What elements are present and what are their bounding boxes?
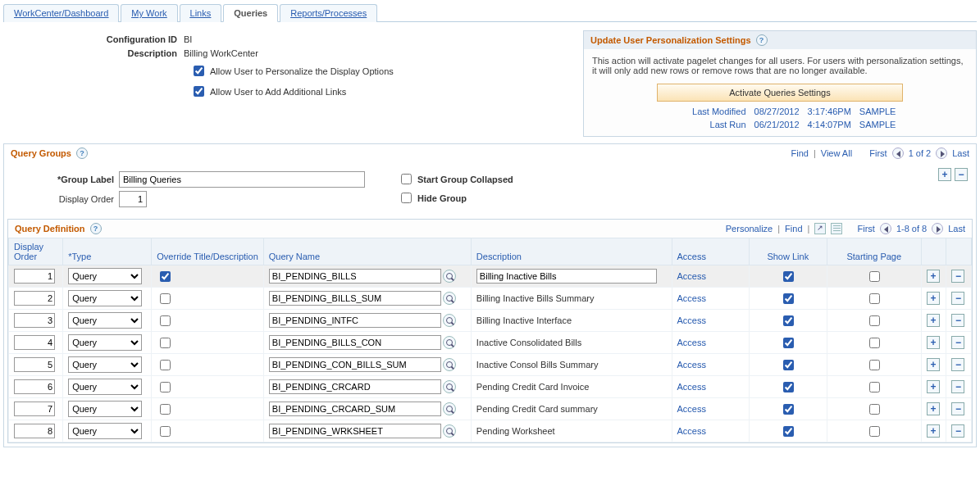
override-checkbox[interactable]: [160, 404, 171, 415]
hide-group-checkbox[interactable]: [401, 193, 412, 203]
description-input[interactable]: [476, 269, 657, 284]
query-name-input[interactable]: [269, 313, 441, 328]
activate-queries-button[interactable]: Activate Queries Settings: [657, 84, 903, 102]
access-link[interactable]: Access: [677, 271, 706, 281]
lookup-icon[interactable]: [443, 402, 456, 415]
grid-download-icon[interactable]: [831, 223, 842, 234]
qg-add-row-icon[interactable]: +: [938, 168, 951, 181]
row-delete-icon[interactable]: −: [951, 424, 964, 438]
row-add-icon[interactable]: +: [927, 292, 940, 305]
type-select[interactable]: Query: [68, 334, 142, 351]
col-description[interactable]: Description: [471, 238, 672, 265]
override-checkbox[interactable]: [160, 293, 171, 304]
row-add-icon[interactable]: +: [927, 380, 940, 393]
qg-prev-icon[interactable]: [892, 147, 904, 159]
display-order-input[interactable]: [14, 424, 55, 438]
qg-range[interactable]: 1 of 2: [909, 148, 932, 158]
zoom-icon[interactable]: [814, 223, 826, 234]
query-name-input[interactable]: [269, 335, 441, 350]
starting-page-checkbox[interactable]: [869, 360, 880, 370]
override-checkbox[interactable]: [160, 382, 171, 392]
query-name-input[interactable]: [269, 424, 441, 438]
qd-personalize-link[interactable]: Personalize: [726, 224, 773, 234]
starting-page-checkbox[interactable]: [869, 426, 880, 437]
override-checkbox[interactable]: [160, 271, 171, 282]
col-show-link[interactable]: Show Link: [750, 238, 827, 265]
col-starting-page[interactable]: Starting Page: [827, 238, 922, 265]
row-add-icon[interactable]: +: [927, 358, 940, 371]
type-select[interactable]: Query: [68, 356, 142, 373]
type-select[interactable]: Query: [68, 401, 142, 417]
access-link[interactable]: Access: [677, 293, 706, 303]
row-delete-icon[interactable]: −: [951, 336, 964, 349]
starting-page-checkbox[interactable]: [869, 271, 880, 282]
row-add-icon[interactable]: +: [927, 314, 940, 327]
allow-addlinks-checkbox[interactable]: [194, 86, 204, 97]
row-delete-icon[interactable]: −: [951, 314, 964, 327]
query-name-input[interactable]: [269, 357, 441, 372]
override-checkbox[interactable]: [160, 315, 171, 326]
qg-delete-row-icon[interactable]: −: [955, 168, 968, 181]
lookup-icon[interactable]: [443, 424, 456, 438]
lookup-icon[interactable]: [443, 336, 456, 349]
col-access[interactable]: Access: [672, 238, 750, 265]
access-link[interactable]: Access: [677, 404, 706, 414]
access-link[interactable]: Access: [677, 315, 706, 325]
row-delete-icon[interactable]: −: [951, 270, 964, 283]
display-order-input[interactable]: [14, 291, 55, 306]
help-icon[interactable]: ?: [76, 147, 88, 159]
display-order-input[interactable]: [14, 357, 55, 372]
col-query-name[interactable]: Query Name: [263, 238, 471, 265]
override-checkbox[interactable]: [160, 426, 171, 437]
tab-links[interactable]: Links: [180, 4, 222, 22]
row-add-icon[interactable]: +: [927, 402, 940, 415]
access-link[interactable]: Access: [677, 426, 706, 436]
access-link[interactable]: Access: [677, 338, 706, 347]
row-delete-icon[interactable]: −: [951, 292, 964, 305]
lookup-icon[interactable]: [443, 292, 456, 305]
start-collapsed-checkbox[interactable]: [401, 174, 412, 184]
type-select[interactable]: Query: [68, 423, 142, 439]
query-name-input[interactable]: [269, 269, 441, 284]
col-override[interactable]: Override Title/Description: [152, 238, 264, 265]
starting-page-checkbox[interactable]: [869, 293, 880, 304]
qg-viewall-link[interactable]: View All: [821, 148, 852, 158]
query-name-input[interactable]: [269, 379, 441, 394]
lookup-icon[interactable]: [443, 380, 456, 393]
access-link[interactable]: Access: [677, 360, 706, 370]
starting-page-checkbox[interactable]: [869, 315, 880, 326]
lookup-icon[interactable]: [443, 314, 456, 327]
lookup-icon[interactable]: [443, 270, 456, 283]
display-order-input[interactable]: [14, 335, 55, 350]
help-icon[interactable]: ?: [90, 223, 102, 234]
show-link-checkbox[interactable]: [783, 404, 794, 415]
show-link-checkbox[interactable]: [783, 360, 794, 370]
query-name-input[interactable]: [269, 402, 441, 416]
show-link-checkbox[interactable]: [783, 271, 794, 282]
qg-next-icon[interactable]: [936, 147, 947, 159]
show-link-checkbox[interactable]: [783, 426, 794, 437]
starting-page-checkbox[interactable]: [869, 382, 880, 392]
show-link-checkbox[interactable]: [783, 338, 794, 348]
row-delete-icon[interactable]: −: [951, 380, 964, 393]
tab-workcenter[interactable]: WorkCenter/Dashboard: [3, 4, 119, 22]
col-display-order[interactable]: Display Order: [9, 238, 63, 265]
qd-range[interactable]: 1-8 of 8: [896, 224, 927, 234]
show-link-checkbox[interactable]: [783, 382, 794, 392]
lookup-icon[interactable]: [443, 358, 456, 371]
show-link-checkbox[interactable]: [783, 315, 794, 326]
tab-queries[interactable]: Queries: [223, 4, 278, 22]
group-label-input[interactable]: [119, 171, 365, 188]
allow-personalize-checkbox[interactable]: [194, 66, 204, 76]
tab-reports[interactable]: Reports/Processes: [280, 4, 377, 22]
display-order-input[interactable]: [14, 269, 55, 284]
show-link-checkbox[interactable]: [783, 293, 794, 304]
qd-prev-icon[interactable]: [880, 223, 891, 234]
display-order-input[interactable]: [119, 191, 147, 207]
display-order-input[interactable]: [14, 402, 55, 416]
starting-page-checkbox[interactable]: [869, 404, 880, 415]
query-name-input[interactable]: [269, 291, 441, 306]
tab-mywork[interactable]: My Work: [121, 4, 177, 22]
type-select[interactable]: Query: [68, 290, 142, 306]
display-order-input[interactable]: [14, 379, 55, 394]
